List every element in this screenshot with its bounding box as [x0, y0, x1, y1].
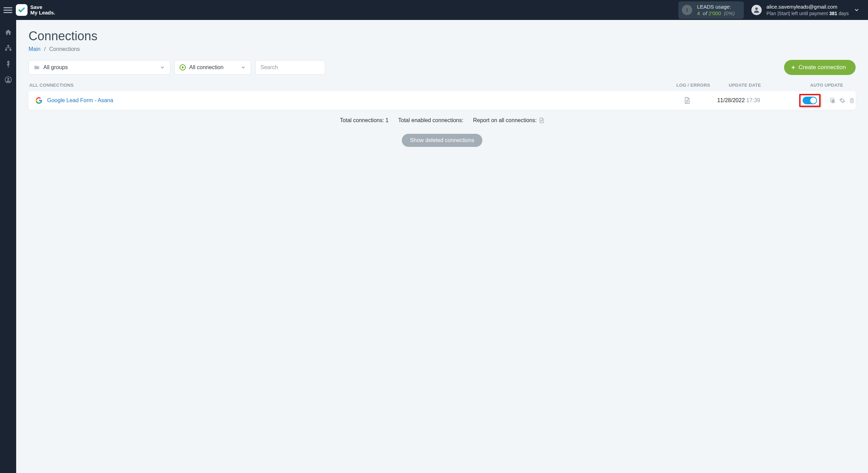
- brand-logo[interactable]: Save My Leads.: [16, 4, 55, 16]
- svg-rect-5: [9, 49, 11, 51]
- connection-name-link[interactable]: Google Lead Form - Asana: [47, 97, 670, 104]
- sidebar-item-home[interactable]: [0, 25, 16, 40]
- table-header: All connections Log / Errors Update date…: [29, 83, 856, 91]
- groups-filter-select[interactable]: All groups: [29, 60, 170, 75]
- column-update-date: Update date: [710, 83, 779, 88]
- svg-rect-1: [687, 10, 687, 12]
- usage-percent: (0%): [722, 10, 735, 16]
- folder-icon: [34, 64, 40, 71]
- logo-mark-icon: [16, 4, 28, 16]
- copy-icon[interactable]: [829, 97, 836, 104]
- account-email: alice.savemyleads@gmail.com: [767, 3, 849, 10]
- breadcrumb-current: Connections: [49, 46, 80, 52]
- gear-icon[interactable]: [839, 97, 845, 104]
- account-plan: Plan |Start| left until payment 381 days: [767, 10, 849, 17]
- chevron-down-icon: [160, 65, 165, 70]
- menu-toggle-button[interactable]: [3, 6, 12, 14]
- sidebar-item-billing[interactable]: [0, 56, 16, 72]
- svg-rect-11: [832, 99, 835, 103]
- sidebar-item-profile[interactable]: [0, 72, 16, 87]
- sidebar-nav: [0, 20, 16, 473]
- usage-total: 2'000: [709, 10, 721, 16]
- log-document-icon[interactable]: [684, 97, 690, 104]
- auto-update-toggle[interactable]: [803, 97, 817, 104]
- stats-summary: Total connections: 1 Total enabled conne…: [29, 117, 856, 123]
- chevron-down-icon: [240, 65, 246, 70]
- highlight-box: [799, 94, 821, 107]
- page-title: Connections: [29, 29, 856, 43]
- search-input-wrapper: [255, 60, 325, 75]
- brand-name: Save My Leads.: [30, 4, 55, 16]
- leads-usage-panel: LEADS usage: 4 of 2'000 (0%): [678, 1, 744, 19]
- connection-row: Google Lead Form - Asana 11/28/2022 17:3…: [29, 91, 856, 110]
- svg-rect-3: [7, 45, 9, 47]
- svg-point-7: [7, 78, 9, 80]
- column-auto-update: Auto update: [779, 83, 855, 88]
- column-all-connections: All connections: [29, 83, 676, 88]
- chevron-down-icon[interactable]: [854, 7, 860, 13]
- usage-used: 4: [697, 10, 700, 16]
- search-input[interactable]: [260, 64, 320, 71]
- breadcrumb: Main / Connections: [29, 46, 856, 52]
- google-icon: [35, 97, 42, 104]
- report-document-icon[interactable]: [539, 117, 544, 123]
- svg-rect-4: [5, 49, 7, 51]
- account-menu[interactable]: alice.savemyleads@gmail.com Plan |Start|…: [751, 3, 862, 17]
- column-log-errors: Log / Errors: [676, 83, 710, 88]
- sidebar-item-connections[interactable]: [0, 41, 16, 56]
- plus-icon: +: [792, 64, 795, 71]
- status-filter-select[interactable]: All connection: [174, 60, 251, 75]
- breadcrumb-main-link[interactable]: Main: [29, 46, 41, 52]
- trash-icon[interactable]: [849, 97, 855, 104]
- show-deleted-button[interactable]: Show deleted connections: [402, 134, 483, 147]
- info-icon: [682, 5, 692, 15]
- play-circle-icon: [180, 64, 186, 71]
- avatar-icon: [751, 5, 762, 15]
- svg-point-2: [755, 8, 758, 10]
- update-date-value: 11/28/2022 17:39: [704, 97, 773, 104]
- create-connection-button[interactable]: + Create connection: [784, 60, 856, 75]
- svg-point-0: [687, 8, 688, 9]
- usage-label: LEADS usage:: [697, 3, 735, 10]
